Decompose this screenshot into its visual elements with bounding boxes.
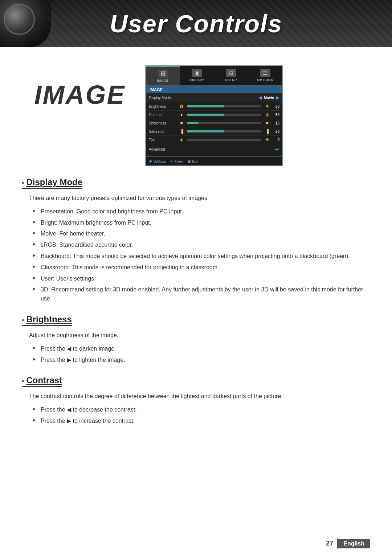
osd-tabs: 🖼 IMAGE ▣ DISPLAY ⊟ SETUP ☰ OPTIONS <box>146 66 282 86</box>
osd-tab-setup-label: SETUP <box>225 78 237 82</box>
osd-row-tint: Tint ❀ ❀ 0 <box>146 136 282 144</box>
osd-row-sharpness-label: Sharpness <box>149 121 178 125</box>
osd-exit-icon: ▣ <box>187 159 191 164</box>
brightness-heading-line: ▪ Brightness <box>22 314 72 326</box>
osd-body: IMAGE Display Mode ◀ Movie ▶ Brightness … <box>146 86 282 156</box>
brightness-heading: ▪ Brightness <box>22 314 370 326</box>
osd-tint-value: 0 <box>271 138 279 142</box>
osd-tab-image: 🖼 IMAGE <box>146 66 180 85</box>
osd-saturation-fill <box>187 130 224 132</box>
osd-tab-display-label: DISPLAY <box>189 78 205 82</box>
osd-display-mode-arrow-right: ▶ <box>276 95 279 100</box>
bullet-user: User: User's settings. <box>33 274 370 283</box>
osd-sharpness-bar <box>187 122 261 124</box>
page-language: English <box>338 539 370 548</box>
image-title-area: IMAGE <box>22 58 138 110</box>
osd-row-saturation-label: Saturation <box>149 130 178 134</box>
page-number: 27 <box>322 538 338 549</box>
osd-contrast-fill <box>187 114 224 116</box>
image-title: IMAGE <box>34 80 125 110</box>
brightness-bullets: Press the ◀ to darken image. Press the ▶… <box>22 344 370 365</box>
osd-menu: 🖼 IMAGE ▣ DISPLAY ⊟ SETUP ☰ OPTIONS <box>145 65 283 166</box>
osd-select-icon: ↵ <box>170 159 173 164</box>
page-title: User Controls <box>110 9 282 38</box>
display-mode-heading: ▪ Display Mode <box>22 177 370 189</box>
osd-footer-select: ↵ Select <box>170 159 184 164</box>
display-mode-intro: There are many factory presets optimized… <box>22 194 370 203</box>
osd-tab-display-icon: ▣ <box>192 69 202 77</box>
osd-tab-setup-icon: ⊟ <box>226 69 236 77</box>
osd-contrast-value: 50 <box>271 113 279 117</box>
osd-footer-updown: ⊕ UpDown <box>149 159 166 164</box>
osd-footer: ⊕ UpDown ↵ Select ▣ Exit <box>146 156 282 165</box>
osd-sharpness-icon-right: ■ <box>264 120 271 126</box>
osd-row-contrast: Contrast ● ◎ 50 <box>146 111 282 119</box>
osd-display-mode-row: Display Mode ◀ Movie ▶ <box>146 93 282 102</box>
bullet-moive: Moive: For home theater. <box>33 229 370 238</box>
osd-sharpness-fill <box>187 122 199 124</box>
osd-tint-bar <box>187 139 261 141</box>
brightness-heading-icon: ▪ <box>22 316 24 324</box>
osd-advanced-icon: ↩ <box>275 146 279 153</box>
display-mode-title: Display Mode <box>26 177 82 187</box>
osd-brightness-icon-right: ❋ <box>264 104 271 109</box>
main-content: IMAGE 🖼 IMAGE ▣ DISPLAY ⊟ SETUP ☰ <box>0 47 392 460</box>
contrast-intro: The contrast controls the degree of diff… <box>22 392 370 401</box>
osd-display-mode-value: Movie <box>264 96 274 100</box>
osd-tint-icon-right: ❀ <box>264 137 271 142</box>
osd-sharpness-value: 15 <box>271 121 279 125</box>
contrast-bullets: Press the ◀ to decrease the contrast. Pr… <box>22 405 370 426</box>
osd-row-saturation: Saturation ▐ ▐ 50 <box>146 127 282 136</box>
osd-footer-exit: ▣ Exit <box>187 159 198 164</box>
contrast-heading-line: ▪ Contrast <box>22 375 62 387</box>
osd-tab-options-label: OPTIONS <box>257 78 273 82</box>
osd-brightness-fill <box>187 105 224 107</box>
brightness-title: Brightness <box>26 314 72 324</box>
page-header: User Controls <box>0 0 392 47</box>
osd-select-label: Select <box>175 160 184 163</box>
osd-brightness-value: 50 <box>271 105 279 109</box>
osd-tab-image-label: IMAGE <box>157 79 168 82</box>
bullet-bright: Bright: Maximum brightness from PC input… <box>33 218 370 228</box>
osd-row-brightness-label: Brightness <box>149 105 178 109</box>
contrast-heading: ▪ Contrast <box>22 375 370 387</box>
page-footer: 27 English <box>322 538 370 549</box>
osd-saturation-icon-right: ▐ <box>264 129 271 134</box>
contrast-title: Contrast <box>26 375 62 385</box>
brightness-intro: Adjust the brightness of the image. <box>22 331 370 340</box>
osd-advanced-label: Advanced <box>149 147 275 151</box>
osd-updown-label: UpDown <box>154 160 166 163</box>
bullet-brightness-lighten: Press the ▶ to lighten the image. <box>33 356 370 365</box>
bullet-presentation: Presentation: Good color and brightness … <box>33 207 370 216</box>
osd-tab-display: ▣ DISPLAY <box>180 66 214 85</box>
osd-row-brightness: Brightness ✿ ❋ 50 <box>146 102 282 111</box>
osd-exit-label: Exit <box>192 160 198 163</box>
bullet-blackboard: Blackboard: This mode should be selected… <box>33 252 370 261</box>
osd-tab-setup: ⊟ SETUP <box>214 66 248 85</box>
osd-section-header: IMAGE <box>146 86 282 93</box>
osd-saturation-bar <box>187 130 261 132</box>
osd-tab-options: ☰ OPTIONS <box>248 66 282 85</box>
osd-contrast-icon-left: ● <box>178 112 185 117</box>
osd-display-mode-arrow-left: ◀ <box>258 95 262 100</box>
bullet-classroom: Classroom: This mode is recommended for … <box>33 263 370 272</box>
display-mode-heading-icon: ▪ <box>22 179 24 187</box>
osd-row-sharpness: Sharpness ■ ■ 15 <box>146 119 282 127</box>
bullet-contrast-decrease: Press the ◀ to decrease the contrast. <box>33 405 370 414</box>
osd-row-tint-label: Tint <box>149 138 178 142</box>
bullet-contrast-increase: Press the ▶ to increase the contrast. <box>33 417 370 426</box>
osd-brightness-bar <box>187 105 261 107</box>
bullet-brightness-darken: Press the ◀ to darken image. <box>33 344 370 353</box>
bullet-srgb: sRGB: Standardised accurate color. <box>33 241 370 250</box>
osd-saturation-icon-left: ▐ <box>178 129 185 134</box>
display-mode-bullets: Presentation: Good color and brightness … <box>22 207 370 303</box>
osd-sharpness-icon-left: ■ <box>178 120 185 126</box>
display-mode-heading-line: ▪ Display Mode <box>22 177 82 189</box>
osd-tab-options-icon: ☰ <box>260 69 270 77</box>
osd-updown-icon: ⊕ <box>149 159 152 164</box>
image-section-top: IMAGE 🖼 IMAGE ▣ DISPLAY ⊟ SETUP ☰ <box>22 58 370 166</box>
osd-brightness-icon-left: ✿ <box>178 104 185 109</box>
osd-contrast-icon-right: ◎ <box>264 112 271 117</box>
osd-display-mode-label: Display Mode <box>149 96 258 100</box>
osd-tint-icon-left: ❀ <box>178 137 185 142</box>
